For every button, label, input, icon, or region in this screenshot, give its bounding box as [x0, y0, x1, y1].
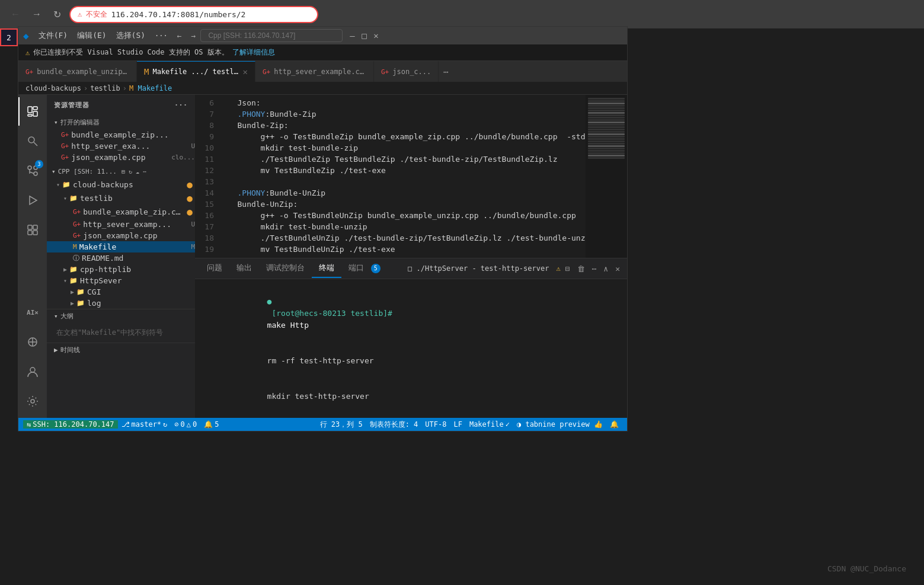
- section-arrow: ▾: [54, 119, 58, 126]
- status-encoding[interactable]: UTF-8: [421, 420, 450, 429]
- folder-cgi[interactable]: ▶ 📁 CGI: [47, 286, 195, 298]
- code-line-9: g++ -o TestBundleZip bundle_example_zip.…: [223, 131, 586, 142]
- panel-collapse-btn[interactable]: ∧: [601, 263, 610, 274]
- activity-extensions[interactable]: [18, 216, 47, 244]
- code-content[interactable]: Json: .PHONY:Bundle-Zip Bundle-Zip: g++ …: [219, 95, 586, 258]
- panel-tab-ports[interactable]: 端口 5: [341, 259, 388, 278]
- activity-run[interactable]: [18, 186, 47, 215]
- address-bar[interactable]: ⚠ 不安全 116.204.70.147:8081/numbers/2: [69, 6, 318, 23]
- tab-more-button[interactable]: ⋯: [439, 67, 453, 76]
- status-language[interactable]: Makefile ✓: [466, 420, 513, 429]
- forward-button[interactable]: →: [28, 7, 45, 22]
- status-tabnine[interactable]: ◑ tabnine preview 👍: [513, 420, 606, 429]
- search-bar[interactable]: [200, 29, 343, 42]
- panel-tab-output[interactable]: 输出: [229, 259, 259, 278]
- activity-source-control[interactable]: 3: [18, 156, 47, 185]
- status-branch[interactable]: ⎇ master* ↻: [118, 420, 171, 429]
- notification-text: 你已连接到不受 Visual Studio Code 支持的 OS 版本。: [33, 47, 228, 57]
- code-line-19: mv TestBundleUnZip ./test-exe: [223, 244, 586, 255]
- timeline-section: ▶ 时间线: [47, 343, 195, 357]
- menu-select[interactable]: 选择(S): [111, 28, 150, 43]
- warning-count: 0: [193, 420, 197, 429]
- svg-rect-13: [33, 225, 37, 229]
- refresh-button[interactable]: ↻: [50, 7, 65, 23]
- notification-link[interactable]: 了解详细信息: [232, 47, 275, 57]
- menu-more[interactable]: ···: [150, 29, 172, 42]
- folder-testlib[interactable]: ▾ 📁 testlib ●: [47, 191, 195, 205]
- panel-tab-debug[interactable]: 调试控制台: [259, 259, 312, 278]
- activity-account[interactable]: [18, 357, 47, 386]
- tab-bar: G+ bundle_example_unzip.cpp M Makefile .…: [18, 61, 627, 82]
- menu-file[interactable]: 文件(F): [34, 28, 72, 43]
- warning-icon: △: [187, 420, 191, 429]
- panel-more-btn[interactable]: ⋯: [590, 263, 599, 274]
- back-button[interactable]: ←: [7, 7, 24, 22]
- cpp-label: CPP [SSH: 11...: [58, 168, 117, 175]
- tab-json[interactable]: G+ json_c...: [374, 61, 439, 82]
- sidebar-more-button[interactable]: ···: [174, 101, 188, 109]
- file-http-sever[interactable]: G+ http_sever_examp... U: [47, 219, 195, 230]
- section-outline[interactable]: ▾ 大纲: [47, 309, 195, 323]
- nav-back-btn[interactable]: ←: [172, 29, 187, 43]
- breadcrumb-makefile[interactable]: M Makefile: [129, 84, 172, 92]
- breadcrumb: cloud-backups › testlib › M Makefile: [18, 82, 627, 95]
- breadcrumb-cloud-backups[interactable]: cloud-backups: [25, 84, 81, 92]
- terminal-line-1: rm -rf test-http-server: [202, 343, 620, 379]
- file-tree: G+ bundle_example_zip... G+ http_sever_e…: [47, 129, 195, 418]
- file-readme[interactable]: ⓘ README.md: [47, 252, 195, 264]
- open-editor-1[interactable]: G+ http_sever_exa... U: [47, 140, 195, 152]
- open-editor-name-0: bundle_example_zip...: [71, 130, 195, 139]
- open-editor-0[interactable]: G+ bundle_example_zip...: [47, 129, 195, 140]
- section-cpp-ssh[interactable]: ▾ CPP [SSH: 11... ⊞ ↻ ☁ ⋯: [47, 165, 195, 178]
- activity-ai[interactable]: AI×: [18, 298, 47, 327]
- panel-close-btn[interactable]: ✕: [613, 263, 622, 274]
- http-sever-icon: G+: [73, 220, 81, 228]
- tab-close-makefile[interactable]: ✕: [243, 67, 248, 76]
- status-line-ending[interactable]: LF: [450, 420, 465, 429]
- log-icon: 📁: [76, 299, 85, 307]
- section-timeline[interactable]: ▶ 时间线: [47, 343, 195, 357]
- maximize-button[interactable]: □: [359, 31, 369, 40]
- httplib-name: cpp-httplib: [80, 265, 195, 274]
- file-bundle-zip[interactable]: G+ bundle_example_zip.cpp ●: [47, 205, 195, 219]
- tab-makefile[interactable]: M Makefile .../ testlib M ✕: [137, 61, 255, 82]
- svg-point-4: [28, 137, 34, 143]
- status-position[interactable]: 行 23，列 5: [316, 420, 366, 430]
- status-notifications[interactable]: 🔔 5: [200, 420, 222, 429]
- status-errors[interactable]: ⊘ 0 △ 0: [171, 420, 200, 429]
- folder-cloud-backups[interactable]: ▾ 📁 cloud-backups ●: [47, 178, 195, 191]
- nav-forward-btn[interactable]: →: [187, 29, 201, 43]
- branch-icon: ⎇: [122, 420, 130, 429]
- status-bell[interactable]: 🔔: [606, 420, 622, 429]
- close-button[interactable]: ✕: [371, 31, 381, 40]
- terminal-content[interactable]: ● [root@hecs-80213 testlib]# make Http r…: [195, 279, 627, 418]
- file-makefile[interactable]: M Makefile M: [47, 241, 195, 252]
- panel-delete-btn[interactable]: 🗑: [575, 263, 587, 274]
- panel-split-btn[interactable]: ⊟: [563, 263, 573, 274]
- activity-explorer[interactable]: [18, 97, 47, 126]
- code-line-16: g++ -o TestBundleUnZip bundle_example_un…: [223, 210, 586, 221]
- folder-http-sever-main[interactable]: ▾ 📁 HttpSever: [47, 275, 195, 286]
- notification-bar: ⚠ 你已连接到不受 Visual Studio Code 支持的 OS 版本。 …: [18, 44, 627, 61]
- activity-remote[interactable]: [18, 328, 47, 356]
- activity-settings[interactable]: [18, 387, 47, 415]
- svg-point-20: [31, 399, 34, 403]
- tab-bundle-example-unzip[interactable]: G+ bundle_example_unzip.cpp: [18, 61, 137, 82]
- activity-search[interactable]: [18, 127, 47, 155]
- status-tabsize[interactable]: 制表符长度: 4: [366, 420, 422, 430]
- status-remote[interactable]: ⇆ SSH: 116.204.70.147: [23, 420, 118, 429]
- panel-tab-terminal[interactable]: 终端: [312, 259, 341, 278]
- language-text: Makefile: [469, 420, 504, 429]
- outline-label: 大纲: [60, 312, 73, 321]
- panel-tab-problems[interactable]: 问题: [200, 259, 229, 278]
- tab-http-sever-example[interactable]: G+ http_sever_example.cpp U: [255, 61, 374, 82]
- folder-log[interactable]: ▶ 📁 log: [47, 298, 195, 309]
- breadcrumb-testlib[interactable]: testlib: [90, 84, 120, 92]
- section-open-editors[interactable]: ▾ 打开的编辑器: [47, 116, 195, 129]
- minimize-button[interactable]: —: [347, 31, 357, 40]
- open-editor-2[interactable]: G+ json_example.cpp clo...: [47, 152, 195, 163]
- file-json-example[interactable]: G+ json_example.cpp: [47, 230, 195, 241]
- menu-edit[interactable]: 编辑(E): [72, 28, 111, 43]
- folder-cpp-httplib[interactable]: ▶ 📁 cpp-httplib: [47, 264, 195, 275]
- code-line-10: mkdir test-bundle-zip: [223, 142, 586, 154]
